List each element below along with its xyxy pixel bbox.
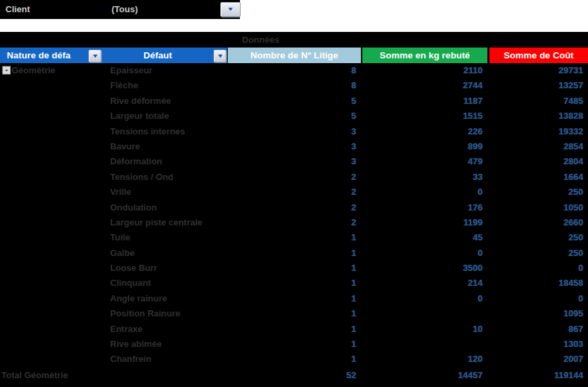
cell-defaut: Loose Burr bbox=[110, 261, 157, 276]
table-row: Tuile 1 45 250 bbox=[0, 230, 588, 245]
cell-cout: 2660 bbox=[489, 215, 583, 230]
cell-defaut: Rive abîmée bbox=[110, 337, 162, 352]
pivot-rows: Epaisseur 8 2110 29731 Flèche 8 2744 132… bbox=[0, 63, 588, 367]
cell-cout: 867 bbox=[489, 322, 583, 337]
cell-nombre-litige: 1 bbox=[228, 291, 356, 306]
cell-kg-rebute: 479 bbox=[362, 154, 483, 169]
cell-nombre-litige: 1 bbox=[228, 246, 356, 261]
cell-kg-rebute: 226 bbox=[362, 124, 483, 139]
cell-nombre-litige: 1 bbox=[228, 276, 356, 291]
cell-kg-rebute: 0 bbox=[362, 246, 483, 261]
cell-nombre-litige: 1 bbox=[228, 337, 356, 352]
cell-defaut: Clinquant bbox=[110, 276, 151, 291]
cell-kg-rebute: 0 bbox=[362, 291, 483, 306]
cell-kg-rebute: 2110 bbox=[362, 63, 483, 78]
cell-defaut: Largeur totale bbox=[110, 109, 169, 124]
cell-cout: 19332 bbox=[489, 124, 583, 139]
cell-defaut: Epaisseur bbox=[110, 63, 152, 78]
client-filter-value: (Tous) bbox=[111, 3, 138, 16]
cell-nombre-litige: 8 bbox=[228, 78, 356, 93]
cell-cout: 13257 bbox=[489, 78, 583, 93]
cell-cout: 1050 bbox=[489, 200, 583, 215]
table-row: Largeur totale 5 1515 13828 bbox=[0, 109, 588, 124]
column-header-nombre-litige: Nombre de N° Litige bbox=[228, 48, 361, 63]
column-header-cout: Somme de Coût bbox=[489, 48, 588, 63]
cell-nombre-litige: 1 bbox=[228, 261, 356, 276]
cell-cout: 13828 bbox=[489, 109, 583, 124]
chevron-down-icon: ▼ bbox=[216, 54, 224, 59]
cell-defaut: Largeur piste centrale bbox=[110, 215, 203, 230]
total-row: Total Géométrie 52 14457 119144 bbox=[0, 368, 588, 383]
pivot-table-sheet: Client (Tous) ▼ Données Nature de défa ▼… bbox=[0, 0, 588, 387]
cell-kg-rebute: 1515 bbox=[362, 109, 483, 124]
column-header-defaut[interactable]: Défaut bbox=[102, 48, 213, 63]
cell-cout: 2804 bbox=[489, 154, 583, 169]
cell-nombre-litige: 8 bbox=[228, 63, 356, 78]
cell-kg-rebute: 176 bbox=[362, 200, 483, 215]
table-row: Chanfrein 1 120 2007 bbox=[0, 352, 588, 367]
cell-nombre-litige: 5 bbox=[228, 94, 356, 109]
table-row: Rive abîmée 1 1303 bbox=[0, 337, 588, 352]
table-row: Galbe 1 0 250 bbox=[0, 246, 588, 261]
total-row-label: Total Géométrie bbox=[1, 368, 68, 383]
cell-kg-rebute: 10 bbox=[362, 322, 483, 337]
cell-cout: 2007 bbox=[489, 352, 583, 367]
table-row: Vrille 2 0 250 bbox=[0, 185, 588, 200]
cell-nombre-litige: 1 bbox=[228, 322, 356, 337]
table-row: Tensions / Ond 2 33 1664 bbox=[0, 170, 588, 185]
cell-defaut: Entraxe bbox=[110, 322, 143, 337]
cell-kg-rebute: 33 bbox=[362, 170, 483, 185]
cell-defaut: Rive déformée bbox=[110, 94, 171, 109]
defaut-filter-dropdown-button[interactable]: ▼ bbox=[213, 50, 226, 62]
cell-cout: 29731 bbox=[489, 63, 583, 78]
column-header-nature[interactable]: Nature de défa bbox=[7, 48, 88, 63]
cell-kg-rebute: 2744 bbox=[362, 78, 483, 93]
table-row: Bavure 3 899 2854 bbox=[0, 139, 588, 154]
table-row: Clinquant 1 214 18458 bbox=[0, 276, 588, 291]
cell-kg-rebute: 3500 bbox=[362, 261, 483, 276]
cell-kg-rebute: 120 bbox=[362, 352, 483, 367]
cell-kg-rebute: 45 bbox=[362, 230, 483, 245]
cell-kg-rebute: 1187 bbox=[362, 94, 483, 109]
total-nombre-litige: 52 bbox=[228, 368, 356, 383]
cell-kg-rebute bbox=[362, 306, 483, 321]
table-row: Rive déformée 5 1187 7485 bbox=[0, 94, 588, 109]
cell-cout: 18458 bbox=[489, 276, 583, 291]
cell-defaut: Tensions internes bbox=[110, 124, 185, 139]
cell-cout: 7485 bbox=[489, 94, 583, 109]
cell-nombre-litige: 2 bbox=[228, 185, 356, 200]
cell-kg-rebute: 899 bbox=[362, 139, 483, 154]
cell-defaut: Bavure bbox=[110, 139, 140, 154]
client-filter-dropdown-button[interactable]: ▼ bbox=[220, 2, 241, 17]
table-row: Déformation 3 479 2804 bbox=[0, 154, 588, 169]
cell-nombre-litige: 1 bbox=[228, 230, 356, 245]
nature-filter-dropdown-button[interactable]: ▼ bbox=[88, 50, 101, 62]
cell-cout: 2854 bbox=[489, 139, 583, 154]
cell-nombre-litige: 3 bbox=[228, 124, 356, 139]
cell-nombre-litige: 3 bbox=[228, 139, 356, 154]
cell-nombre-litige: 2 bbox=[228, 215, 356, 230]
cell-nombre-litige: 5 bbox=[228, 109, 356, 124]
cell-defaut: Angle rainure bbox=[110, 291, 167, 306]
cell-cout: 1095 bbox=[489, 306, 583, 321]
cell-defaut: Position Rainure bbox=[110, 306, 180, 321]
cell-defaut: Tuile bbox=[110, 230, 130, 245]
cell-defaut: Déformation bbox=[110, 154, 162, 169]
table-row: Flèche 8 2744 13257 bbox=[0, 78, 588, 93]
client-filter-label: Client bbox=[5, 3, 30, 16]
cell-defaut: Galbe bbox=[110, 246, 135, 261]
cell-cout: 1664 bbox=[489, 170, 583, 185]
cell-cout: 250 bbox=[489, 230, 583, 245]
total-cout: 119144 bbox=[489, 368, 583, 383]
table-row: Tensions internes 3 226 19332 bbox=[0, 124, 588, 139]
cell-nombre-litige: 2 bbox=[228, 200, 356, 215]
cell-cout: 0 bbox=[489, 261, 583, 276]
cell-cout: 0 bbox=[489, 291, 583, 306]
cell-defaut: Ondulation bbox=[110, 200, 157, 215]
cell-defaut: Tensions / Ond bbox=[110, 170, 173, 185]
table-row: Ondulation 2 176 1050 bbox=[0, 200, 588, 215]
chevron-down-icon: ▼ bbox=[91, 54, 99, 59]
pivot-header-row: Nature de défa ▼ Défaut ▼ Nombre de N° L… bbox=[0, 48, 588, 63]
table-row: Loose Burr 1 3500 0 bbox=[0, 261, 588, 276]
table-row: Epaisseur 8 2110 29731 bbox=[0, 63, 588, 78]
